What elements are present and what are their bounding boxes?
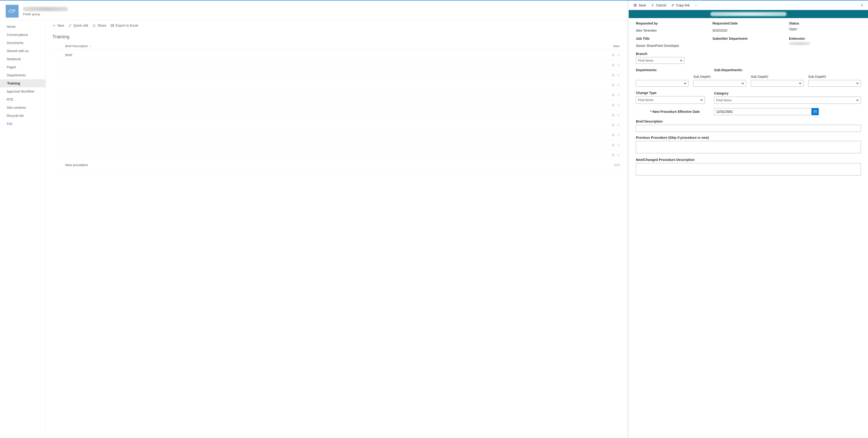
panel-copy-link-button[interactable]: Copy link <box>670 2 691 8</box>
info-icon[interactable] <box>617 124 620 126</box>
nav-shared-with-us[interactable]: Shared with us <box>0 47 45 55</box>
brief-description-input[interactable] <box>636 125 861 132</box>
column-new[interactable]: New <box>613 44 619 48</box>
info-icon[interactable] <box>617 154 620 156</box>
departments-label: Departments: <box>636 68 709 72</box>
sub-departments-label: Sub-Departments: <box>714 68 861 72</box>
list-row[interactable] <box>52 80 622 90</box>
nav-conversations[interactable]: Conversations <box>0 31 45 39</box>
list-row-actions <box>612 124 620 126</box>
list-row-actions <box>612 84 620 86</box>
sub-dept-2-combobox[interactable] <box>751 80 804 87</box>
list-row[interactable] <box>52 70 622 80</box>
nav-departments[interactable]: Departments <box>0 71 45 79</box>
share-icon[interactable] <box>612 94 615 96</box>
share-icon[interactable] <box>612 84 615 86</box>
site-header: CP Public group <box>0 0 628 20</box>
share-icon[interactable] <box>612 103 615 106</box>
info-icon[interactable] <box>617 133 620 136</box>
nav-documents[interactable]: Documents <box>0 39 45 47</box>
info-icon[interactable] <box>617 64 620 66</box>
share-icon[interactable] <box>612 133 615 136</box>
cancel-icon <box>651 4 654 7</box>
info-icon[interactable] <box>617 103 620 106</box>
effective-date-input[interactable] <box>714 108 812 115</box>
panel-more-button[interactable] <box>693 3 699 8</box>
chevron-down-icon <box>700 98 703 102</box>
change-type-combobox[interactable]: Find items <box>636 96 705 104</box>
info-icon[interactable] <box>617 73 620 76</box>
list-row-date: 3/20 <box>614 163 620 167</box>
list-row-actions <box>612 54 620 56</box>
share-icon[interactable] <box>612 144 615 147</box>
column-brief-description-label: Brief Description <box>65 44 88 48</box>
sub-dept-3-combobox[interactable] <box>808 80 861 87</box>
panel-content: Requested by Alex Terentiev Requested Da… <box>629 18 868 438</box>
nav-site-contents[interactable]: Site contents <box>0 103 45 112</box>
previous-procedure-label: Previous Procedure (Skip if procedure is… <box>636 136 861 139</box>
share-icon[interactable] <box>612 54 615 56</box>
column-brief-description[interactable]: Brief Description <box>52 44 92 48</box>
chevron-down-icon <box>683 82 687 85</box>
list-row[interactable] <box>52 100 622 110</box>
list-header: Brief Description New <box>52 42 622 50</box>
branch-label: Branch <box>636 52 861 56</box>
info-icon[interactable] <box>617 94 620 96</box>
nav-rte[interactable]: RTE <box>0 95 45 103</box>
sub-dept-1-combobox[interactable] <box>693 80 746 87</box>
link-icon <box>671 4 675 7</box>
list-row[interactable] <box>52 120 622 130</box>
previous-procedure-textarea[interactable] <box>636 141 861 153</box>
nav-edit-link[interactable]: Edit <box>0 120 45 128</box>
share-icon[interactable] <box>612 73 615 76</box>
panel-close-button[interactable] <box>860 3 865 8</box>
nav-recycle-bin[interactable]: Recycle bin <box>0 112 45 120</box>
list-row[interactable] <box>52 140 622 150</box>
list-row[interactable]: New procedure3/20 <box>52 160 622 170</box>
chevron-down-icon <box>856 98 859 102</box>
save-icon <box>633 4 637 7</box>
sub-dept-3-label: Sub Dept#3 <box>808 75 861 79</box>
nav-notebook[interactable]: Notebook <box>0 55 45 63</box>
site-logo[interactable]: CP <box>6 5 19 18</box>
share-icon[interactable] <box>612 154 615 156</box>
info-icon[interactable] <box>617 144 620 147</box>
departments-combobox[interactable] <box>636 80 688 87</box>
branch-combobox[interactable]: Find items <box>636 57 684 64</box>
panel-command-bar: Save Cancel Copy link <box>629 0 868 10</box>
cmd-quick-edit[interactable]: Quick edit <box>68 24 88 27</box>
extension-label: Extension <box>789 37 861 40</box>
list-row[interactable] <box>52 110 622 120</box>
nav-training[interactable]: Training <box>0 79 45 87</box>
list-row[interactable] <box>52 130 622 140</box>
calendar-button[interactable] <box>812 108 819 115</box>
panel-cancel-button[interactable]: Cancel <box>649 2 668 8</box>
nav-approval-workflow[interactable]: Approval Workflow <box>0 87 45 95</box>
share-icon[interactable] <box>612 114 615 116</box>
job-title-value: Senior SharePoint Developer <box>636 44 708 48</box>
panel-banner-title <box>710 12 786 16</box>
chevron-down-icon <box>856 82 859 85</box>
site-visibility: Public group <box>23 12 68 16</box>
submitter-department-label: Submitter Department <box>713 37 784 40</box>
share-icon[interactable] <box>612 64 615 66</box>
cmd-new[interactable]: New <box>52 24 64 27</box>
list-row[interactable] <box>52 150 622 160</box>
list-row[interactable] <box>52 90 622 100</box>
site-title <box>23 7 68 11</box>
category-combobox[interactable]: Find items <box>714 97 861 104</box>
new-changed-desc-textarea[interactable] <box>636 163 861 176</box>
info-icon[interactable] <box>617 114 620 116</box>
list-row[interactable] <box>52 60 622 70</box>
nav-pages[interactable]: Pages <box>0 63 45 71</box>
share-icon <box>92 24 96 27</box>
sub-dept-2-label: Sub Dept#2 <box>751 75 804 79</box>
cmd-export-excel[interactable]: Export to Excel <box>111 24 138 27</box>
list-row[interactable]: Brief <box>52 50 622 60</box>
info-icon[interactable] <box>617 84 620 86</box>
cmd-share[interactable]: Share <box>92 24 106 27</box>
share-icon[interactable] <box>612 124 615 126</box>
nav-home[interactable]: Home <box>0 23 45 31</box>
panel-save-button[interactable]: Save <box>632 2 648 8</box>
info-icon[interactable] <box>617 54 620 56</box>
